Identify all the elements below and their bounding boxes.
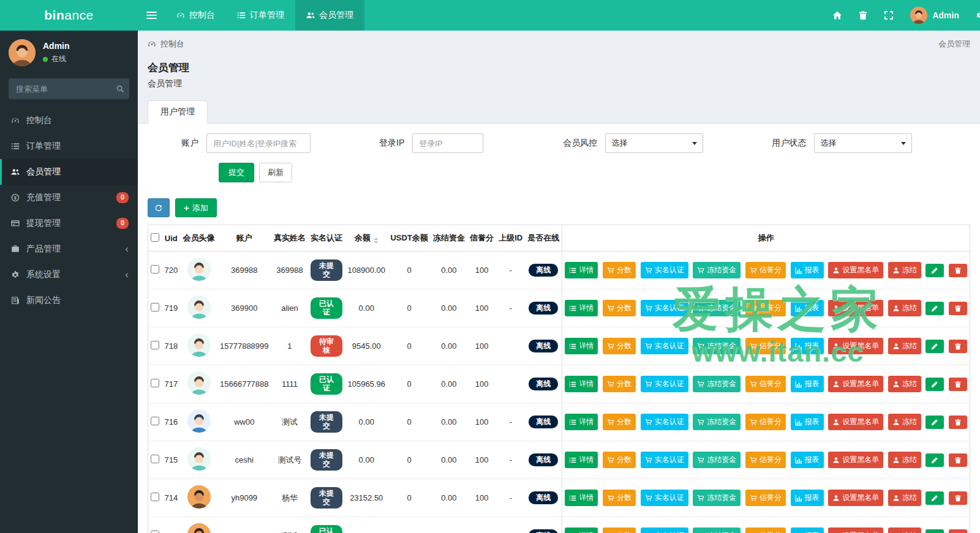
score-button[interactable]: 分数 [603,452,636,468]
credit-score-button[interactable]: 信誉分 [745,527,786,533]
credit-score-button[interactable]: 信誉分 [745,414,786,430]
row-checkbox[interactable] [151,265,159,274]
delete-button[interactable] [949,302,967,315]
home-button[interactable] [824,0,850,31]
score-button[interactable]: 分数 [603,300,636,316]
verify-button[interactable]: 实名认证 [641,414,688,430]
report-button[interactable]: 报表 [791,300,824,316]
header-balance-sortable[interactable]: 余额 [345,225,388,252]
blacklist-button[interactable]: 设置黑名单 [828,376,883,392]
blacklist-button[interactable]: 设置黑名单 [828,414,883,430]
sidebar-item-withdraw[interactable]: 提现管理 0 [0,211,138,236]
freeze-funds-button[interactable]: 冻结资金 [693,262,741,278]
report-button[interactable]: 报表 [791,414,824,430]
freeze-user-button[interactable]: 冻结 [888,338,921,354]
delete-button[interactable] [949,416,967,429]
settings-button[interactable] [968,0,980,31]
score-button[interactable]: 分数 [603,376,636,392]
freeze-user-button[interactable]: 冻结 [888,414,921,430]
sidebar-item-settings[interactable]: 系统设置 ‹ [0,262,138,288]
menu-search-input[interactable] [9,78,129,99]
sidebar-item-orders[interactable]: 订单管理 [0,133,138,159]
detail-button[interactable]: 详情 [565,300,598,316]
detail-button[interactable]: 详情 [565,338,598,354]
sidebar-toggle-button[interactable] [138,0,165,31]
topnav-item-orders[interactable]: 订单管理 [226,0,295,31]
row-checkbox[interactable] [151,455,159,463]
credit-score-button[interactable]: 信誉分 [745,452,786,468]
edit-button[interactable] [925,416,944,429]
edit-button[interactable] [925,378,944,391]
account-search-input[interactable] [206,133,311,153]
delete-button[interactable] [949,529,967,533]
report-button[interactable]: 报表 [791,338,824,354]
edit-button[interactable] [925,453,944,467]
blacklist-button[interactable]: 设置黑名单 [828,527,883,533]
credit-score-button[interactable]: 信誉分 [745,262,786,278]
breadcrumb-home[interactable]: 控制台 [160,39,184,50]
status-select[interactable]: 选择 [814,133,912,153]
blacklist-button[interactable]: 设置黑名单 [828,300,883,316]
submit-button[interactable]: 提交 [219,163,254,182]
freeze-funds-button[interactable]: 冻结资金 [693,452,741,468]
topnav-item-members[interactable]: 会员管理 [295,0,364,31]
delete-button[interactable] [949,453,967,467]
edit-button[interactable] [925,264,944,277]
edit-button[interactable] [925,491,944,505]
detail-button[interactable]: 详情 [565,490,598,506]
detail-button[interactable]: 详情 [565,262,598,278]
score-button[interactable]: 分数 [603,490,636,506]
verify-button[interactable]: 实名认证 [641,452,688,468]
detail-button[interactable]: 详情 [565,376,598,392]
row-checkbox[interactable] [151,531,159,533]
freeze-user-button[interactable]: 冻结 [888,300,921,316]
sidebar-item-console[interactable]: 控制台 [0,108,138,133]
sidebar-item-news[interactable]: 新闻公告 [0,288,138,313]
row-checkbox[interactable] [151,341,159,349]
delete-button[interactable] [949,340,967,353]
edit-button[interactable] [925,302,944,315]
verify-button[interactable]: 实名认证 [641,527,688,533]
tab-user-management[interactable]: 用户管理 [148,100,208,124]
search-button[interactable] [116,84,124,94]
row-checkbox[interactable] [151,379,159,387]
credit-score-button[interactable]: 信誉分 [745,490,786,506]
select-all-checkbox[interactable] [151,233,159,242]
fullscreen-button[interactable] [876,0,902,31]
detail-button[interactable]: 详情 [565,527,598,533]
sidebar-item-recharge[interactable]: 充值管理 0 [0,185,138,211]
blacklist-button[interactable]: 设置黑名单 [828,452,883,468]
credit-score-button[interactable]: 信誉分 [745,338,786,354]
row-checkbox[interactable] [151,303,159,311]
delete-button[interactable] [949,378,967,391]
report-button[interactable]: 报表 [791,262,824,278]
verify-button[interactable]: 实名认证 [641,300,688,316]
freeze-funds-button[interactable]: 冻结资金 [693,414,741,430]
report-button[interactable]: 报表 [791,490,824,506]
sidebar-item-products[interactable]: 产品管理 ‹ [0,236,138,262]
freeze-funds-button[interactable]: 冻结资金 [693,490,741,506]
score-button[interactable]: 分数 [603,262,636,278]
verify-button[interactable]: 实名认证 [641,490,688,506]
report-button[interactable]: 报表 [791,527,824,533]
freeze-funds-button[interactable]: 冻结资金 [693,300,741,316]
edit-button[interactable] [925,340,944,353]
table-refresh-button[interactable] [148,198,170,217]
freeze-user-button[interactable]: 冻结 [888,527,921,533]
topnav-item-console[interactable]: 控制台 [165,0,226,31]
freeze-funds-button[interactable]: 冻结资金 [693,338,741,354]
verify-button[interactable]: 实名认证 [641,262,688,278]
freeze-funds-button[interactable]: 冻结资金 [693,376,741,392]
login-ip-input[interactable] [412,133,483,153]
freeze-user-button[interactable]: 冻结 [888,262,921,278]
detail-button[interactable]: 详情 [565,414,598,430]
freeze-user-button[interactable]: 冻结 [888,490,921,506]
trash-button[interactable] [850,0,876,31]
blacklist-button[interactable]: 设置黑名单 [828,490,883,506]
sidebar-item-members[interactable]: 会员管理 [0,159,138,185]
edit-button[interactable] [925,529,944,533]
freeze-user-button[interactable]: 冻结 [888,376,921,392]
report-button[interactable]: 报表 [791,376,824,392]
delete-button[interactable] [949,491,967,505]
brand-logo[interactable]: binance [0,0,138,31]
